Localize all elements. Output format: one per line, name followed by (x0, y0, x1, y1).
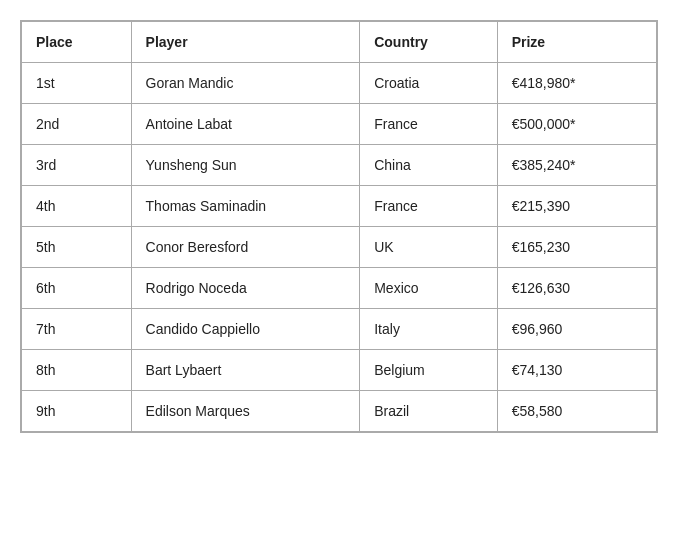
header-country: Country (360, 22, 497, 63)
cell-place: 1st (22, 63, 132, 104)
table-body: 1stGoran MandicCroatia€418,980*2ndAntoin… (22, 63, 657, 432)
cell-prize: €385,240* (497, 145, 656, 186)
table-row: 3rdYunsheng SunChina€385,240* (22, 145, 657, 186)
cell-player: Bart Lybaert (131, 350, 360, 391)
cell-player: Rodrigo Noceda (131, 268, 360, 309)
cell-place: 7th (22, 309, 132, 350)
cell-player: Edilson Marques (131, 391, 360, 432)
cell-prize: €126,630 (497, 268, 656, 309)
header-prize: Prize (497, 22, 656, 63)
cell-prize: €96,960 (497, 309, 656, 350)
results-table-container: Place Player Country Prize 1stGoran Mand… (20, 20, 658, 433)
cell-place: 2nd (22, 104, 132, 145)
table-row: 6thRodrigo NocedaMexico€126,630 (22, 268, 657, 309)
cell-country: Mexico (360, 268, 497, 309)
header-place: Place (22, 22, 132, 63)
cell-prize: €165,230 (497, 227, 656, 268)
cell-country: France (360, 104, 497, 145)
table-row: 7thCandido CappielloItaly€96,960 (22, 309, 657, 350)
cell-player: Thomas Saminadin (131, 186, 360, 227)
table-row: 2ndAntoine LabatFrance€500,000* (22, 104, 657, 145)
table-row: 5thConor BeresfordUK€165,230 (22, 227, 657, 268)
cell-place: 6th (22, 268, 132, 309)
table-row: 1stGoran MandicCroatia€418,980* (22, 63, 657, 104)
cell-place: 9th (22, 391, 132, 432)
table-header-row: Place Player Country Prize (22, 22, 657, 63)
cell-prize: €418,980* (497, 63, 656, 104)
table-row: 9thEdilson MarquesBrazil€58,580 (22, 391, 657, 432)
cell-country: Croatia (360, 63, 497, 104)
cell-place: 3rd (22, 145, 132, 186)
cell-prize: €500,000* (497, 104, 656, 145)
cell-country: UK (360, 227, 497, 268)
cell-country: France (360, 186, 497, 227)
cell-player: Yunsheng Sun (131, 145, 360, 186)
cell-player: Antoine Labat (131, 104, 360, 145)
cell-prize: €58,580 (497, 391, 656, 432)
cell-player: Candido Cappiello (131, 309, 360, 350)
cell-country: Italy (360, 309, 497, 350)
cell-prize: €215,390 (497, 186, 656, 227)
cell-player: Goran Mandic (131, 63, 360, 104)
cell-country: Belgium (360, 350, 497, 391)
cell-prize: €74,130 (497, 350, 656, 391)
cell-place: 5th (22, 227, 132, 268)
table-row: 8thBart LybaertBelgium€74,130 (22, 350, 657, 391)
header-player: Player (131, 22, 360, 63)
cell-country: China (360, 145, 497, 186)
table-row: 4thThomas SaminadinFrance€215,390 (22, 186, 657, 227)
results-table: Place Player Country Prize 1stGoran Mand… (21, 21, 657, 432)
cell-place: 4th (22, 186, 132, 227)
cell-player: Conor Beresford (131, 227, 360, 268)
cell-country: Brazil (360, 391, 497, 432)
cell-place: 8th (22, 350, 132, 391)
